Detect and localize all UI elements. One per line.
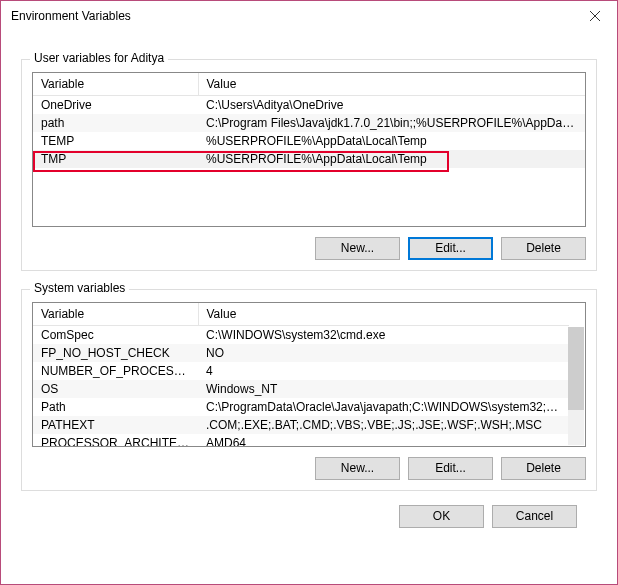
column-header-value[interactable]: Value bbox=[198, 73, 585, 96]
cell-variable: TMP bbox=[33, 150, 198, 168]
system-variables-group: System variables Variable Value ComSpec … bbox=[21, 289, 597, 491]
cell-variable: ComSpec bbox=[33, 326, 198, 345]
cell-value: C:\Users\Aditya\OneDrive bbox=[198, 96, 585, 115]
table-row[interactable]: ComSpec C:\WINDOWS\system32\cmd.exe bbox=[33, 326, 569, 345]
cell-value: C:\ProgramData\Oracle\Java\javapath;C:\W… bbox=[198, 398, 569, 416]
table-row[interactable]: PROCESSOR_ARCHITECTURE AMD64 bbox=[33, 434, 569, 447]
user-group-label: User variables for Aditya bbox=[30, 51, 168, 65]
cell-variable: NUMBER_OF_PROCESSORS bbox=[33, 362, 198, 380]
user-buttons: New... Edit... Delete bbox=[32, 237, 586, 260]
cancel-button[interactable]: Cancel bbox=[492, 505, 577, 528]
user-new-button[interactable]: New... bbox=[315, 237, 400, 260]
cell-value: 4 bbox=[198, 362, 569, 380]
table-row[interactable]: FP_NO_HOST_CHECK NO bbox=[33, 344, 569, 362]
table-row[interactable]: PATHEXT .COM;.EXE;.BAT;.CMD;.VBS;.VBE;.J… bbox=[33, 416, 569, 434]
cell-value: C:\WINDOWS\system32\cmd.exe bbox=[198, 326, 569, 345]
cell-variable: path bbox=[33, 114, 198, 132]
cell-variable: PROCESSOR_ARCHITECTURE bbox=[33, 434, 198, 447]
close-icon bbox=[590, 11, 600, 21]
user-delete-button[interactable]: Delete bbox=[501, 237, 586, 260]
system-group-label: System variables bbox=[30, 281, 129, 295]
cell-value: %USERPROFILE%\AppData\Local\Temp bbox=[198, 150, 585, 168]
window-title: Environment Variables bbox=[11, 9, 131, 23]
table-row[interactable]: path C:\Program Files\Java\jdk1.7.0_21\b… bbox=[33, 114, 585, 132]
column-header-variable[interactable]: Variable bbox=[33, 73, 198, 96]
user-edit-button[interactable]: Edit... bbox=[408, 237, 493, 260]
table-row[interactable]: OneDrive C:\Users\Aditya\OneDrive bbox=[33, 96, 585, 115]
cell-variable: Path bbox=[33, 398, 198, 416]
system-buttons: New... Edit... Delete bbox=[32, 457, 586, 480]
user-variables-group: User variables for Aditya Variable Value… bbox=[21, 59, 597, 271]
system-delete-button[interactable]: Delete bbox=[501, 457, 586, 480]
close-button[interactable] bbox=[572, 1, 617, 31]
cell-variable: TEMP bbox=[33, 132, 198, 150]
table-row[interactable]: NUMBER_OF_PROCESSORS 4 bbox=[33, 362, 569, 380]
cell-value: Windows_NT bbox=[198, 380, 569, 398]
table-row[interactable]: TMP %USERPROFILE%\AppData\Local\Temp bbox=[33, 150, 585, 168]
table-row[interactable]: OS Windows_NT bbox=[33, 380, 569, 398]
table-row[interactable]: TEMP %USERPROFILE%\AppData\Local\Temp bbox=[33, 132, 585, 150]
ok-button[interactable]: OK bbox=[399, 505, 484, 528]
scrollbar[interactable] bbox=[568, 327, 584, 445]
cell-variable: OS bbox=[33, 380, 198, 398]
column-header-variable[interactable]: Variable bbox=[33, 303, 198, 326]
titlebar: Environment Variables bbox=[1, 1, 617, 31]
dialog-footer: OK Cancel bbox=[21, 491, 597, 528]
cell-value: .COM;.EXE;.BAT;.CMD;.VBS;.VBE;.JS;.JSE;.… bbox=[198, 416, 569, 434]
system-edit-button[interactable]: Edit... bbox=[408, 457, 493, 480]
table-row[interactable]: Path C:\ProgramData\Oracle\Java\javapath… bbox=[33, 398, 569, 416]
cell-value: AMD64 bbox=[198, 434, 569, 447]
column-header-value[interactable]: Value bbox=[198, 303, 569, 326]
system-new-button[interactable]: New... bbox=[315, 457, 400, 480]
system-variables-table[interactable]: Variable Value ComSpec C:\WINDOWS\system… bbox=[32, 302, 586, 447]
cell-variable: PATHEXT bbox=[33, 416, 198, 434]
cell-value: %USERPROFILE%\AppData\Local\Temp bbox=[198, 132, 585, 150]
env-vars-dialog: Environment Variables User variables for… bbox=[0, 0, 618, 585]
user-variables-table[interactable]: Variable Value OneDrive C:\Users\Aditya\… bbox=[32, 72, 586, 227]
cell-value: NO bbox=[198, 344, 569, 362]
cell-variable: FP_NO_HOST_CHECK bbox=[33, 344, 198, 362]
scrollbar-thumb[interactable] bbox=[568, 327, 584, 410]
cell-value: C:\Program Files\Java\jdk1.7.0_21\bin;;%… bbox=[198, 114, 585, 132]
cell-variable: OneDrive bbox=[33, 96, 198, 115]
